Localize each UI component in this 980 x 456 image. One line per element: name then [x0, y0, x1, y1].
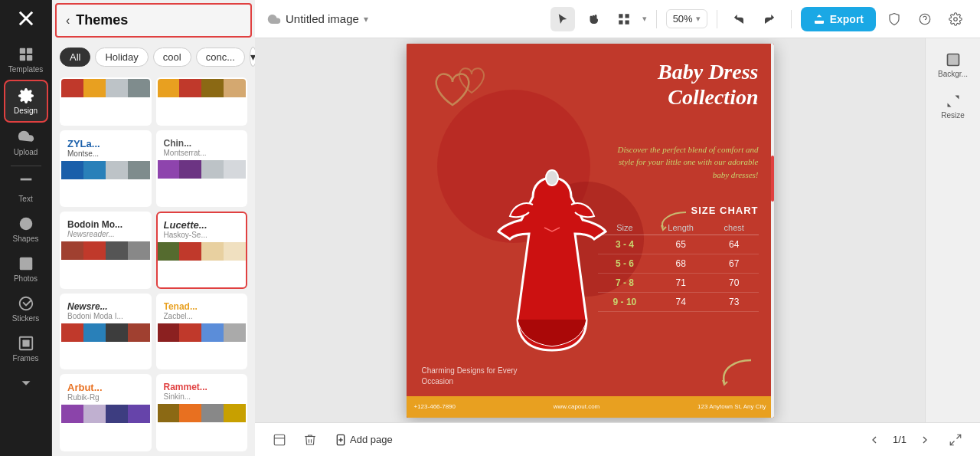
canvas-bottom-swirl: [713, 353, 759, 391]
sidebar-item-frames[interactable]: Frames: [4, 329, 48, 369]
document-title-area[interactable]: Untitled image ▾: [267, 12, 368, 26]
sidebar-item-photos[interactable]: Photos: [4, 249, 48, 289]
next-page-icon: [919, 434, 931, 446]
filter-holiday[interactable]: Holiday: [95, 48, 148, 67]
filter-conc[interactable]: conc...: [196, 48, 245, 67]
col-length: Length: [652, 221, 710, 235]
sidebar-item-templates[interactable]: Templates: [4, 40, 48, 80]
thumbnail-icon: [273, 433, 286, 447]
theme-card-rammet[interactable]: Rammet... Sinkin...: [156, 374, 248, 451]
svg-line-33: [957, 435, 961, 438]
themes-grid: ZYLa... Montse... Chin... Montserrat...: [52, 73, 255, 456]
theme-card-newsre[interactable]: Newsre... Bodoni Moda I...: [60, 294, 152, 370]
main-content: Untitled image ▾ ▾ 50% ▾: [255, 0, 980, 456]
chest-3-4: 64: [710, 235, 759, 254]
sidebar-divider-1: [11, 166, 41, 166]
theme-card-chin[interactable]: Chin... Montserrat...: [156, 130, 248, 208]
zoom-control[interactable]: 50% ▾: [666, 9, 707, 28]
sidebar-item-shapes[interactable]: Shapes: [4, 209, 48, 249]
sidebar-item-more[interactable]: [4, 369, 48, 398]
help-icon-button[interactable]: [913, 7, 937, 31]
canvas-area[interactable]: Baby Dress Collection Discover the perfe…: [255, 38, 925, 422]
size-5-6: 5 - 6: [598, 254, 652, 273]
topbar-tools: ▾ 50% ▾ Export: [550, 7, 968, 31]
shield-icon-button[interactable]: [882, 7, 906, 31]
chest-7-8: 70: [710, 273, 759, 292]
settings-icon-button[interactable]: [943, 7, 968, 31]
footer-phone: +123-466-7890: [414, 403, 456, 410]
svg-line-34: [950, 441, 954, 445]
canvas-subtitle: Discover the perfect blend of comfort an…: [606, 143, 759, 182]
svg-point-12: [22, 260, 24, 262]
theme-card-0[interactable]: [60, 77, 152, 126]
chest-5-6: 67: [710, 254, 759, 273]
export-icon: [813, 13, 825, 25]
canvas-footer: +123-466-7890 www.capout.com 123 Anytown…: [407, 396, 774, 418]
sidebar-item-upload[interactable]: Upload: [4, 123, 48, 162]
undo-icon: [732, 12, 746, 26]
canvas: Baby Dress Collection Discover the perfe…: [407, 44, 774, 418]
size-row-4: 9 - 10 74 73: [598, 292, 759, 311]
fullscreen-button[interactable]: [943, 428, 968, 452]
svg-rect-17: [619, 20, 622, 24]
svg-rect-24: [947, 54, 959, 66]
help-icon: [918, 12, 932, 26]
layout-dropdown-icon[interactable]: ▾: [642, 14, 647, 24]
sidebar: Templates Design Upload Text Shapes Phot…: [0, 0, 52, 456]
theme-card-1[interactable]: [156, 77, 248, 126]
app-logo[interactable]: [14, 6, 38, 31]
page-indicator: 1/1: [893, 434, 906, 445]
theme-card-arbut[interactable]: Arbut... Rubik-Rg: [60, 374, 152, 451]
col-size: Size: [598, 221, 652, 235]
svg-rect-2: [19, 48, 24, 54]
size-row-1: 3 - 4 65 64: [598, 235, 759, 254]
themes-filter-bar: All Holiday cool conc... ▾: [52, 41, 255, 73]
svg-point-22: [954, 17, 958, 21]
bottom-left-tools: Add page: [267, 428, 399, 452]
right-panel-resize[interactable]: Resize: [929, 87, 978, 126]
settings-icon: [949, 12, 962, 26]
sidebar-item-stickers[interactable]: Stickers: [4, 289, 48, 329]
themes-header: ‹ Themes: [55, 3, 252, 38]
footer-address: 123 Anytown St, Any City: [697, 403, 766, 410]
theme-card-tenad[interactable]: Tenad... Zacbel...: [156, 294, 248, 370]
fullscreen-icon: [949, 433, 962, 447]
theme-card-zyla[interactable]: ZYLa... Montse...: [60, 130, 152, 208]
svg-point-10: [19, 218, 32, 231]
svg-rect-18: [625, 20, 629, 24]
canvas-size-chart: SIZE CHART Size Length chest 3 - 4: [598, 205, 759, 312]
theme-card-bodoin[interactable]: Bodoin Mo... Newsreader...: [60, 212, 152, 289]
topbar-header: Untitled image ▾ ▾ 50% ▾: [255, 0, 980, 38]
size-chart-title: SIZE CHART: [598, 205, 759, 216]
undo-button[interactable]: [727, 7, 751, 31]
export-button[interactable]: Export: [801, 7, 876, 31]
filter-all[interactable]: All: [60, 48, 90, 67]
right-panel-background[interactable]: Backgr...: [929, 46, 978, 84]
add-page-icon: [335, 434, 347, 446]
right-panel: Backgr... Resize: [925, 38, 980, 422]
select-tool-button[interactable]: [550, 7, 575, 31]
page-thumbnail-button[interactable]: [267, 428, 292, 452]
background-icon: [946, 52, 961, 67]
svg-point-23: [546, 170, 558, 185]
hand-tool-button[interactable]: [581, 7, 606, 31]
bottom-bar: Add page 1/1: [255, 422, 980, 456]
filter-cool[interactable]: cool: [153, 48, 191, 67]
next-page-button[interactable]: [913, 428, 937, 452]
layout-tool-button[interactable]: [612, 7, 636, 31]
prev-page-button[interactable]: [862, 428, 887, 452]
theme-card-lucette[interactable]: Lucette... Haskoy-Se...: [156, 212, 248, 289]
sidebar-item-design[interactable]: Design: [4, 80, 48, 123]
title-dropdown-icon[interactable]: ▾: [364, 14, 368, 25]
canvas-bottom-text: Charming Designs for Every Occasion: [422, 366, 518, 387]
themes-title: Themes: [76, 12, 128, 28]
filter-more-button[interactable]: ▾: [250, 47, 255, 67]
themes-back-button[interactable]: ‹: [66, 14, 70, 28]
delete-page-button[interactable]: [298, 428, 322, 452]
canvas-scroll-thumb[interactable]: [771, 156, 774, 202]
footer-website: www.capout.com: [554, 403, 599, 410]
col-chest: chest: [710, 221, 759, 235]
add-page-button[interactable]: Add page: [328, 428, 399, 452]
redo-button[interactable]: [757, 7, 782, 31]
sidebar-item-text[interactable]: Text: [4, 169, 48, 209]
